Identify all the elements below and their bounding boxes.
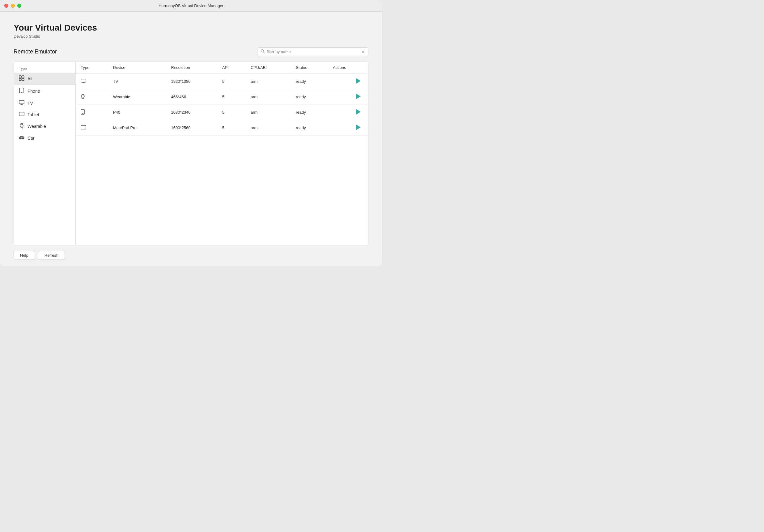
play-triangle-icon	[356, 93, 361, 99]
cell-api: 5	[217, 120, 246, 136]
table-row: P40 1080*2340 5 arm ready	[76, 105, 368, 120]
cell-device: Wearable	[108, 89, 166, 105]
col-status: Status	[291, 62, 328, 74]
footer: Help Refresh	[0, 245, 382, 266]
cell-status: ready	[291, 120, 328, 136]
wearable-icon	[19, 123, 24, 130]
play-button[interactable]	[356, 79, 361, 85]
cell-resolution: 1920*1080	[166, 74, 217, 89]
sidebar-label-all: All	[28, 76, 33, 81]
cell-type-icon	[76, 105, 108, 120]
search-clear-icon[interactable]: ✕	[361, 50, 365, 54]
maximize-button[interactable]	[17, 4, 21, 8]
play-triangle-icon	[356, 109, 361, 114]
svg-rect-36	[81, 125, 86, 129]
sidebar-label-wearable: Wearable	[28, 124, 46, 129]
cell-status: ready	[291, 89, 328, 105]
cell-actions	[328, 89, 368, 105]
svg-point-20	[23, 138, 24, 139]
refresh-button[interactable]: Refresh	[38, 251, 65, 260]
sidebar-label-car: Car	[28, 136, 35, 140]
cell-resolution: 466*466	[166, 89, 217, 105]
page-title: Your Virtual Devices	[14, 23, 368, 33]
table-row: MatePad Pro 1600*2560 5 arm ready	[76, 120, 368, 136]
svg-rect-3	[22, 76, 24, 78]
sidebar-item-all[interactable]: All	[14, 73, 76, 85]
title-bar: HarmonyOS Virtual Device Manager	[0, 0, 382, 12]
help-button[interactable]: Help	[14, 251, 35, 260]
tablet-icon	[19, 112, 24, 117]
cell-api: 5	[217, 74, 246, 89]
content-area: Type All	[14, 61, 368, 245]
col-api: API	[217, 62, 246, 74]
cell-cpu: arm	[246, 105, 291, 120]
all-icon	[19, 76, 24, 82]
cell-api: 5	[217, 105, 246, 120]
play-button[interactable]	[356, 110, 361, 116]
sidebar-label-phone: Phone	[28, 89, 40, 93]
sidebar-item-car[interactable]: Car	[14, 132, 76, 144]
search-input[interactable]	[267, 50, 359, 54]
sidebar-item-tv[interactable]: TV	[14, 97, 76, 109]
svg-rect-8	[19, 100, 24, 104]
cell-actions	[328, 74, 368, 89]
minimize-button[interactable]	[11, 4, 15, 8]
col-device: Device	[108, 62, 166, 74]
svg-rect-2	[19, 76, 21, 78]
sidebar-item-wearable[interactable]: Wearable	[14, 120, 76, 132]
sidebar-label-tablet: Tablet	[28, 112, 39, 117]
svg-line-1	[263, 52, 265, 54]
cell-type-icon	[76, 89, 108, 105]
table-row: Wearable 466*466 5 arm ready	[76, 89, 368, 105]
device-table: Type Device Resolution API CPU/ABI Statu…	[76, 62, 368, 136]
svg-point-19	[20, 138, 21, 139]
cell-device: TV	[108, 74, 166, 89]
phone-icon	[19, 88, 24, 94]
svg-rect-11	[19, 112, 24, 116]
sidebar-item-tablet[interactable]: Tablet	[14, 109, 76, 120]
main-content: Your Virtual Devices DevEco Studio Remot…	[0, 12, 382, 245]
sidebar-label-tv: TV	[28, 101, 33, 106]
cell-status: ready	[291, 74, 328, 89]
table-area: Type Device Resolution API CPU/ABI Statu…	[76, 62, 368, 245]
traffic-lights	[4, 4, 21, 8]
svg-rect-12	[20, 124, 23, 127]
svg-rect-4	[19, 79, 21, 81]
cell-type-icon	[76, 120, 108, 136]
section-header: Remote Emulator ✕	[14, 47, 368, 56]
search-box[interactable]: ✕	[257, 47, 368, 56]
svg-rect-24	[81, 79, 86, 82]
cell-actions	[328, 120, 368, 136]
play-button[interactable]	[356, 125, 361, 131]
col-actions: Actions	[328, 62, 368, 74]
page-subtitle: DevEco Studio	[14, 34, 368, 39]
cell-resolution: 1600*2560	[166, 120, 217, 136]
play-triangle-icon	[356, 124, 361, 130]
svg-rect-27	[81, 95, 85, 98]
page-header: Your Virtual Devices DevEco Studio	[14, 23, 368, 39]
col-resolution: Resolution	[166, 62, 217, 74]
sidebar-header: Type	[14, 64, 76, 73]
tv-icon	[19, 100, 24, 106]
table-row: TV 1920*1080 5 arm ready	[76, 74, 368, 89]
cell-cpu: arm	[246, 74, 291, 89]
play-triangle-icon	[356, 78, 361, 84]
play-button[interactable]	[356, 94, 361, 100]
col-cpu: CPU/ABI	[246, 62, 291, 74]
close-button[interactable]	[4, 4, 8, 8]
window-title: HarmonyOS Virtual Device Manager	[158, 3, 224, 8]
cell-status: ready	[291, 105, 328, 120]
cell-api: 5	[217, 89, 246, 105]
sidebar-item-phone[interactable]: Phone	[14, 85, 76, 97]
col-type: Type	[76, 62, 108, 74]
table-header-row: Type Device Resolution API CPU/ABI Statu…	[76, 62, 368, 74]
svg-rect-5	[22, 79, 24, 81]
search-icon	[261, 49, 265, 54]
cell-resolution: 1080*2340	[166, 105, 217, 120]
cell-actions	[328, 105, 368, 120]
sidebar: Type All	[14, 62, 76, 245]
cell-device: MatePad Pro	[108, 120, 166, 136]
car-icon	[19, 135, 24, 141]
cell-device: P40	[108, 105, 166, 120]
cell-type-icon	[76, 74, 108, 89]
